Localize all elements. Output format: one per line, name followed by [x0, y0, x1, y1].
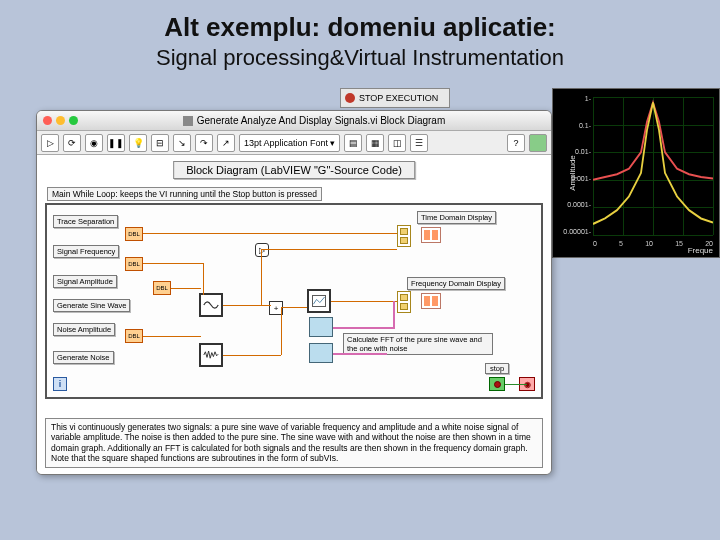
- while-loop[interactable]: Trace Separation DBL Signal Frequency DB…: [45, 203, 543, 399]
- vi-icon: [183, 116, 193, 126]
- step-out-button[interactable]: ↗: [217, 134, 235, 152]
- bundle-time[interactable]: [397, 225, 411, 247]
- frequency-chart: Amplitude 1- 0.1- 0.01- 0.001- 0.0001- 0…: [552, 88, 720, 258]
- add-node[interactable]: ▷: [255, 243, 269, 257]
- abort-button[interactable]: ◉: [85, 134, 103, 152]
- align-button[interactable]: ▤: [344, 134, 362, 152]
- block-diagram-canvas[interactable]: Block Diagram (LabVIEW "G"-Source Code) …: [37, 155, 551, 474]
- stop-button-terminal[interactable]: [489, 377, 505, 391]
- time-domain-graph-terminal[interactable]: [421, 227, 441, 243]
- description-text: This vi continuously generates two signa…: [45, 418, 543, 469]
- iteration-terminal: i: [53, 377, 67, 391]
- indicator-freq-domain-label: Frequency Domain Display: [407, 277, 505, 290]
- font-dropdown[interactable]: 13pt Application Font ▾: [239, 134, 340, 152]
- bundle-freq[interactable]: [397, 291, 411, 313]
- stop-button-label: stop: [485, 363, 509, 374]
- freq-domain-graph-terminal[interactable]: [421, 293, 441, 309]
- window-controls[interactable]: [43, 116, 78, 125]
- help-button[interactable]: ?: [507, 134, 525, 152]
- block-diagram-window: Generate Analyze And Display Signals.vi …: [36, 110, 552, 475]
- close-icon[interactable]: [43, 116, 52, 125]
- chart-xlabel: Freque: [688, 246, 713, 255]
- titlebar[interactable]: Generate Analyze And Display Signals.vi …: [37, 111, 551, 131]
- chart-plot-area: [593, 97, 713, 235]
- control-signal-frequency[interactable]: Signal Frequency: [53, 245, 119, 258]
- run-continuous-button[interactable]: ⟳: [63, 134, 81, 152]
- pause-button[interactable]: ❚❚: [107, 134, 125, 152]
- zoom-icon[interactable]: [69, 116, 78, 125]
- slide-title: Alt exemplu: domeniu aplicatie:: [0, 0, 720, 43]
- resize-button[interactable]: ◫: [388, 134, 406, 152]
- terminal-noise-amp[interactable]: DBL: [125, 329, 143, 343]
- loop-comment: Main While Loop: keeps the VI running un…: [47, 187, 322, 201]
- control-trace-separation[interactable]: Trace Separation: [53, 215, 118, 228]
- slide-subtitle: Signal processing&Virtual Instrumentatio…: [0, 45, 720, 71]
- vi-icon-button[interactable]: [529, 134, 547, 152]
- indicator-time-domain-label: Time Domain Display: [417, 211, 496, 224]
- distribute-button[interactable]: ▦: [366, 134, 384, 152]
- minimize-icon[interactable]: [56, 116, 65, 125]
- terminal-trace-sep[interactable]: DBL: [125, 227, 143, 241]
- noise-subvi[interactable]: [199, 343, 223, 367]
- chart-yticks: 1- 0.1- 0.01- 0.001- 0.0001- 0.00001-: [561, 95, 591, 235]
- control-noise-amplitude[interactable]: Noise Amplitude: [53, 323, 115, 336]
- stop-icon: [345, 93, 355, 103]
- fft-comment: Calculate FFT of the pure sine wave and …: [343, 333, 493, 355]
- sine-subvi[interactable]: [199, 293, 223, 317]
- stop-execution-button[interactable]: STOP EXECUTION: [340, 88, 450, 108]
- control-signal-amplitude[interactable]: Signal Amplitude: [53, 275, 117, 288]
- run-button[interactable]: ▷: [41, 134, 59, 152]
- terminal-sig-amp[interactable]: DBL: [153, 281, 171, 295]
- fft-node-1[interactable]: [309, 317, 333, 337]
- window-title: Generate Analyze And Display Signals.vi …: [197, 115, 445, 126]
- chevron-down-icon: ▾: [330, 138, 335, 148]
- toolbar: ▷ ⟳ ◉ ❚❚ 💡 ⊟ ↘ ↷ ↗ 13pt Application Font…: [37, 131, 551, 155]
- step-into-button[interactable]: ↘: [173, 134, 191, 152]
- display-subvi[interactable]: [307, 289, 331, 313]
- highlight-button[interactable]: 💡: [129, 134, 147, 152]
- step-over-button[interactable]: ↷: [195, 134, 213, 152]
- control-generate-noise[interactable]: Generate Noise: [53, 351, 114, 364]
- diagram-header: Block Diagram (LabVIEW "G"-Source Code): [173, 161, 415, 179]
- control-generate-sine[interactable]: Generate Sine Wave: [53, 299, 130, 312]
- svg-rect-0: [313, 295, 326, 306]
- reorder-button[interactable]: ☰: [410, 134, 428, 152]
- terminal-sig-freq[interactable]: DBL: [125, 257, 143, 271]
- retain-button[interactable]: ⊟: [151, 134, 169, 152]
- stop-execution-label: STOP EXECUTION: [359, 93, 438, 103]
- fft-node-2[interactable]: [309, 343, 333, 363]
